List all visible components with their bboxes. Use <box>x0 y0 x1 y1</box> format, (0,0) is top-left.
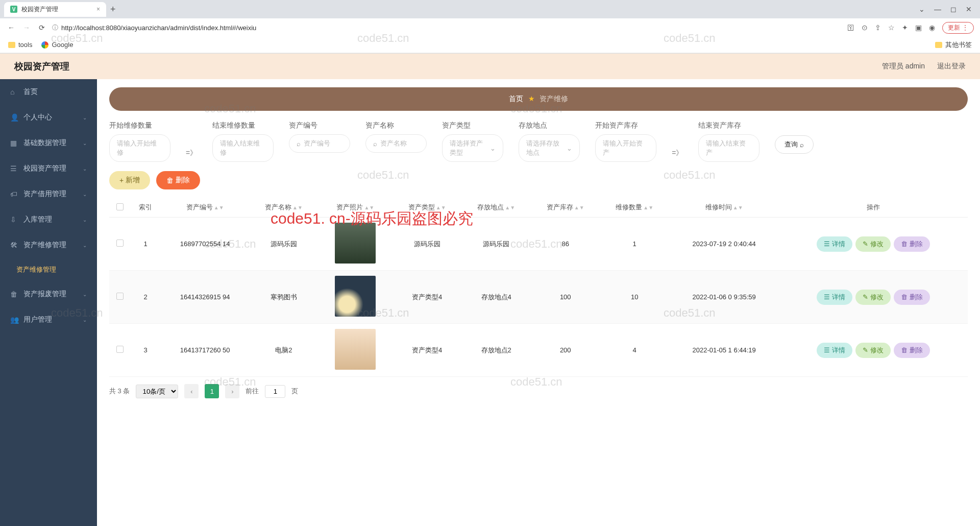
input-start-stock[interactable]: 请输入开始资产 <box>595 134 656 162</box>
minimize-icon[interactable]: — <box>934 5 941 13</box>
reload-icon[interactable]: ⟳ <box>37 23 47 32</box>
logout-link[interactable]: 退出登录 <box>937 62 966 71</box>
select-location[interactable]: 请选择存放地点 <box>519 134 580 162</box>
close-window-icon[interactable]: ✕ <box>966 5 972 13</box>
dropdown-icon[interactable]: ⌄ <box>919 5 925 13</box>
cell-asset-name: 电脑2 <box>249 324 318 377</box>
delete-button[interactable]: 🗑删除 <box>156 171 200 189</box>
asset-thumbnail[interactable] <box>335 329 376 370</box>
sidebar-item-home[interactable]: ⌂首页 <box>0 79 97 105</box>
sidebar-item-basicdata[interactable]: ▦基础数据管理⌄ <box>0 130 97 156</box>
checkbox-all[interactable] <box>116 203 124 210</box>
col-asset-no[interactable]: 资产编号▲▼ <box>161 198 249 218</box>
sidebar-sub-repair-manage[interactable]: 资产维修管理 <box>0 258 97 281</box>
new-tab-button[interactable]: + <box>110 4 116 15</box>
edit-button[interactable]: ✎修改 <box>855 290 891 305</box>
url-box[interactable]: ⓘ http://localhost:8080/xiaoyuanzichan/a… <box>52 23 842 32</box>
bookmark-tools[interactable]: tools <box>8 41 32 49</box>
detail-icon: ☰ <box>824 346 830 354</box>
maximize-icon[interactable]: ◻ <box>950 5 957 13</box>
input-asset-no[interactable]: ⌕资产编号 <box>289 134 350 153</box>
col-asset-photo[interactable]: 资产照片▲▼ <box>318 198 393 218</box>
detail-button[interactable]: ☰详情 <box>817 343 852 358</box>
cell-asset-no: 16897702554 14 <box>161 218 249 271</box>
row-checkbox[interactable] <box>116 293 124 300</box>
query-button[interactable]: 查询⌕ <box>775 135 814 154</box>
input-asset-name[interactable]: ⌕资产名称 <box>365 134 427 153</box>
next-page-button[interactable]: › <box>225 384 239 398</box>
col-asset-name[interactable]: 资产名称▲▼ <box>249 198 318 218</box>
cell-repair-time: 2022-01-06 0 9:35:59 <box>669 271 779 324</box>
trash-icon: 🗑 <box>166 176 174 184</box>
bookmark-other[interactable]: 其他书签 <box>935 40 972 50</box>
favicon-icon: V <box>10 6 17 13</box>
asset-thumbnail[interactable] <box>335 276 376 317</box>
share-icon[interactable]: ⇪ <box>875 23 881 32</box>
row-checkbox[interactable] <box>116 240 124 247</box>
close-icon[interactable]: × <box>96 6 100 13</box>
forward-icon[interactable]: → <box>21 23 32 32</box>
sidebar-item-inbound[interactable]: ⇩入库管理⌄ <box>0 207 97 232</box>
row-delete-button[interactable]: 🗑删除 <box>894 290 930 305</box>
detail-icon: ☰ <box>824 293 830 301</box>
cell-stock: 100 <box>531 271 600 324</box>
input-start-qty[interactable]: 请输入开始维修 <box>109 134 170 162</box>
input-end-qty[interactable]: 请输入结束维修 <box>212 134 274 162</box>
col-repair-time[interactable]: 维修时间▲▼ <box>669 198 779 218</box>
edit-button[interactable]: ✎修改 <box>855 236 891 252</box>
select-asset-type[interactable]: 请选择资产类型 <box>442 134 503 162</box>
row-delete-button[interactable]: 🗑删除 <box>894 343 930 358</box>
sort-icon: ▲▼ <box>733 206 743 209</box>
zoom-icon[interactable]: ⊙ <box>862 23 868 32</box>
plus-icon: + <box>119 176 124 184</box>
edit-icon: ✎ <box>863 293 868 301</box>
row-delete-button[interactable]: 🗑删除 <box>894 236 930 252</box>
sidebar-item-users[interactable]: 👥用户管理⌄ <box>0 307 97 332</box>
col-location[interactable]: 存放地点▲▼ <box>461 198 531 218</box>
back-icon[interactable]: ← <box>6 23 16 32</box>
page-number-button[interactable]: 1 <box>205 384 219 398</box>
breadcrumb-home[interactable]: 首页 <box>509 94 523 103</box>
sidebar-item-repair[interactable]: 🛠资产维修管理⌄ <box>0 232 97 258</box>
update-button[interactable]: 更新⋮ <box>942 22 974 34</box>
sort-icon: ▲▼ <box>505 206 515 209</box>
prev-page-button[interactable]: ‹ <box>184 384 199 398</box>
panel-icon[interactable]: ▣ <box>915 23 922 32</box>
bookmark-google[interactable]: Google <box>41 41 73 49</box>
cell-location: 存放地点4 <box>461 271 531 324</box>
cell-asset-type: 资产类型4 <box>393 324 462 377</box>
chevron-down-icon: ⌄ <box>83 317 87 323</box>
sidebar-item-borrow[interactable]: 🏷资产借用管理⌄ <box>0 181 97 207</box>
profile-icon[interactable]: ◉ <box>929 23 935 32</box>
col-stock[interactable]: 资产库存▲▼ <box>531 198 600 218</box>
key-icon[interactable]: ⚿ <box>847 23 854 32</box>
cell-asset-no: 16413717260 50 <box>161 324 249 377</box>
edit-button[interactable]: ✎修改 <box>855 343 891 358</box>
sidebar-item-asset[interactable]: ☰校园资产管理⌄ <box>0 156 97 181</box>
row-checkbox[interactable] <box>116 346 124 353</box>
asset-thumbnail[interactable] <box>335 223 376 264</box>
col-index[interactable]: 索引 <box>130 198 161 218</box>
sidebar-item-scrap[interactable]: 🗑资产报废管理⌄ <box>0 281 97 307</box>
table-row: 116897702554 14源码乐园源码乐园源码乐园8612023-07-19… <box>109 218 968 271</box>
extensions-icon[interactable]: ✦ <box>902 23 908 32</box>
cell-asset-name: 源码乐园 <box>249 218 318 271</box>
page-size-select[interactable]: 10条/页 <box>136 385 178 398</box>
col-asset-type[interactable]: 资产类型▲▼ <box>393 198 462 218</box>
add-button[interactable]: +新增 <box>109 171 150 189</box>
cell-asset-type: 资产类型4 <box>393 271 462 324</box>
sort-icon: ▲▼ <box>364 206 374 209</box>
col-repair-qty[interactable]: 维修数量▲▼ <box>600 198 669 218</box>
browser-tab[interactable]: V 校园资产管理 × <box>4 2 106 17</box>
detail-button[interactable]: ☰详情 <box>817 236 852 252</box>
total-label: 共 3 条 <box>109 387 130 396</box>
cell-stock: 200 <box>531 324 600 377</box>
star-icon[interactable]: ☆ <box>888 23 895 32</box>
input-end-stock[interactable]: 请输入结束资产 <box>698 134 760 162</box>
goto-input[interactable] <box>265 385 285 398</box>
detail-button[interactable]: ☰详情 <box>817 290 852 305</box>
cell-stock: 86 <box>531 218 600 271</box>
user-label: 管理员 admin <box>882 62 925 71</box>
tab-bar: V 校园资产管理 × + ⌄ — ◻ ✕ <box>0 0 980 18</box>
sidebar-item-profile[interactable]: 👤个人中心⌄ <box>0 105 97 130</box>
